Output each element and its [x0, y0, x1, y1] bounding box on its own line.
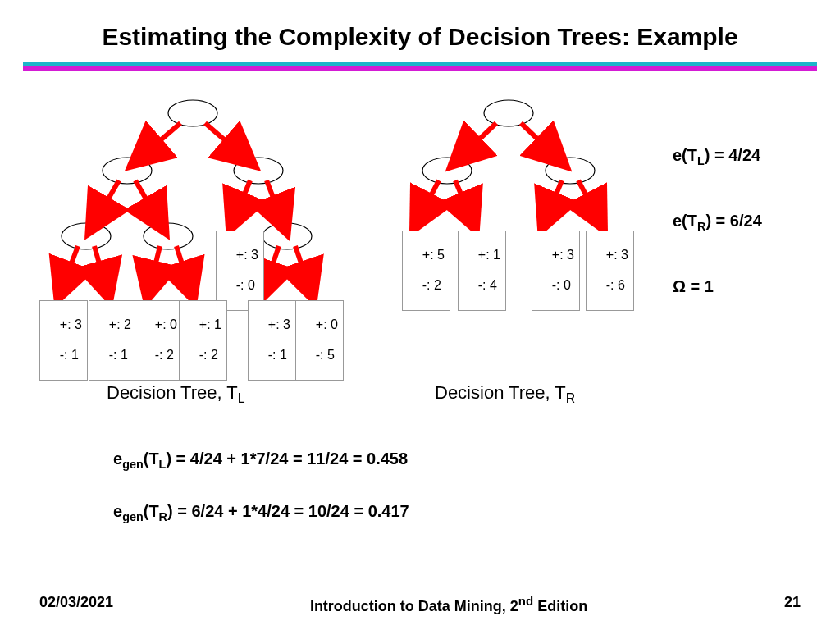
equation-egen-TR: egen(TR) = 6/24 + 1*4/24 = 10/24 = 0.417 [113, 502, 409, 523]
leaf-plus: +: 3 [606, 248, 628, 262]
side-eTR: e(TR) = 6/24 [673, 212, 762, 233]
txt: (T [144, 502, 159, 520]
txt: Edition [533, 598, 587, 614]
diagram-canvas: +: 3 -: 0 +: 3 -: 1 +: 2 -: 1 +: 0 -: 2 … [0, 80, 840, 597]
svg-line-8 [94, 180, 119, 223]
svg-line-22 [521, 123, 558, 158]
leaf-left-4: +: 1 -: 2 [179, 300, 227, 381]
svg-point-3 [62, 223, 111, 249]
svg-point-2 [234, 158, 283, 184]
leaf-plus: +: 3 [268, 317, 290, 331]
txt: Introduction to Data Mining, 2 [310, 598, 518, 614]
svg-line-13 [94, 246, 107, 290]
leaf-left-2: +: 2 -: 1 [89, 300, 137, 381]
leaf-plus: +: 3 [60, 317, 82, 331]
svg-point-0 [168, 100, 217, 126]
txt: ) = 4/24 + 1*7/24 = 11/24 = 0.458 [166, 450, 408, 468]
svg-line-24 [455, 180, 472, 220]
svg-point-1 [103, 158, 152, 184]
leaf-minus: -: 5 [316, 348, 335, 362]
side-omega: Ω = 1 [673, 277, 714, 296]
sup: nd [518, 594, 533, 608]
txt: (T [144, 450, 159, 468]
svg-line-15 [176, 246, 190, 290]
sub: gen [122, 510, 144, 523]
leaf-minus: -: 2 [199, 348, 218, 362]
svg-line-11 [267, 180, 283, 223]
svg-line-25 [546, 180, 562, 220]
svg-point-20 [546, 158, 595, 184]
sub: R [697, 220, 705, 233]
leaf-minus: -: 1 [109, 348, 128, 362]
sub: L [697, 154, 705, 167]
leaf-plus: +: 0 [155, 317, 177, 331]
slide-title: Estimating the Complexity of Decision Tr… [0, 0, 840, 62]
svg-line-16 [264, 246, 279, 290]
divider-rule [23, 62, 817, 71]
txt: ) = 6/24 + 1*4/24 = 10/24 = 0.417 [167, 502, 409, 520]
caption-sub: R [566, 391, 575, 405]
leaf-plus: +: 2 [109, 317, 131, 331]
txt: ) = 6/24 [705, 212, 761, 230]
leaf-plus: +: 3 [552, 248, 574, 262]
svg-line-14 [149, 246, 160, 290]
svg-line-12 [62, 246, 78, 290]
caption-text: Decision Tree, T [107, 382, 238, 403]
leaf-minus: -: 2 [155, 348, 174, 362]
leaf-right-3: +: 3 -: 0 [532, 231, 580, 311]
leaf-minus: -: 0 [552, 278, 571, 292]
equation-egen-TL: egen(TL) = 4/24 + 1*7/24 = 11/24 = 0.458 [113, 450, 408, 471]
svg-line-26 [578, 180, 599, 220]
txt: e(T [673, 212, 697, 230]
leaf-minus: -: 4 [478, 278, 497, 292]
sub: gen [122, 458, 144, 471]
svg-point-5 [262, 223, 312, 249]
svg-line-23 [418, 180, 439, 220]
svg-line-17 [295, 246, 310, 290]
leaf-left-3: +: 0 -: 2 [135, 300, 183, 381]
txt: ) = 4/24 [705, 146, 760, 164]
svg-point-4 [144, 223, 193, 249]
txt: e [113, 450, 122, 468]
leaf-right-1: +: 5 -: 2 [402, 231, 450, 311]
footer-book: Introduction to Data Mining, 2nd Edition [310, 594, 587, 615]
leaf-right-2: +: 1 -: 4 [458, 231, 506, 311]
leaf-minus: -: 2 [422, 278, 441, 292]
leaf-minus: -: 1 [60, 348, 79, 362]
svg-line-21 [459, 123, 496, 158]
caption-tree-right: Decision Tree, TR [435, 382, 575, 406]
leaf-minus: -: 6 [606, 278, 625, 292]
caption-text: Decision Tree, T [435, 382, 566, 403]
leaf-plus: +: 3 [236, 248, 258, 262]
txt: e [113, 502, 122, 520]
svg-line-7 [205, 123, 246, 158]
leaf-right-4: +: 3 -: 6 [586, 231, 634, 311]
svg-line-10 [234, 180, 250, 220]
txt: e(T [673, 146, 697, 164]
caption-tree-left: Decision Tree, TL [107, 382, 245, 406]
slide-footer: 02/03/2021 Introduction to Data Mining, … [0, 594, 840, 615]
side-eTL: e(TL) = 4/24 [673, 146, 760, 167]
leaf-left-6: +: 3 -: 1 [248, 300, 296, 381]
txt: Ω = 1 [673, 277, 714, 295]
svg-point-18 [484, 100, 533, 126]
leaf-plus: +: 5 [422, 248, 445, 262]
leaf-minus: -: 1 [268, 348, 287, 362]
caption-sub: L [238, 391, 245, 405]
sub: R [159, 510, 167, 523]
svg-line-6 [139, 123, 180, 158]
leaf-minus: -: 0 [236, 278, 255, 292]
leaf-plus: +: 1 [478, 248, 500, 262]
footer-date: 02/03/2021 [39, 594, 113, 615]
leaf-plus: +: 1 [199, 317, 221, 331]
leaf-left-5: +: 3 -: 0 [216, 231, 264, 311]
svg-line-9 [135, 180, 160, 223]
leaf-left-7: +: 0 -: 5 [295, 300, 344, 381]
svg-point-19 [422, 158, 472, 184]
footer-page: 21 [784, 594, 801, 615]
leaf-left-1: +: 3 -: 1 [39, 300, 88, 381]
leaf-plus: +: 0 [316, 317, 338, 331]
